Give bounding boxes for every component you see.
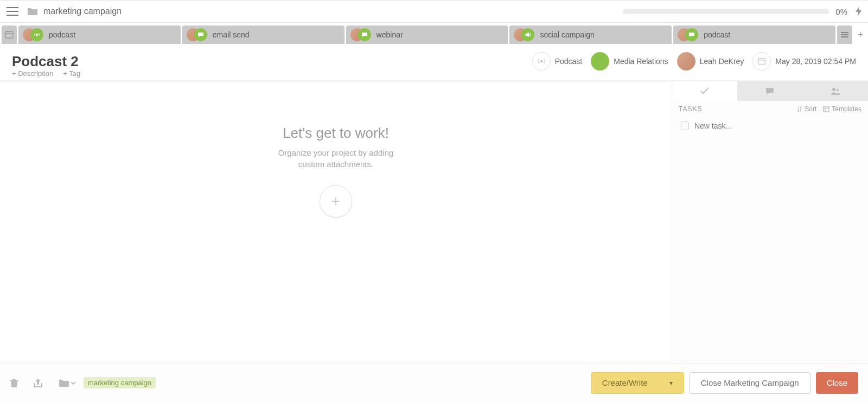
empty-state: Let's get to work! Organize your project… <box>278 125 394 218</box>
sub-row: + Description + Tag <box>12 69 80 78</box>
top-bar: 0% <box>0 0 868 23</box>
share-icon[interactable] <box>34 379 43 387</box>
tab-podcast[interactable]: podcast <box>18 25 181 44</box>
list-view-icon[interactable] <box>837 25 852 44</box>
add-tab-button[interactable]: + <box>854 25 867 44</box>
right-sidebar: TASKS Sort Templates <box>672 81 868 361</box>
templates-label: Templates <box>832 105 861 113</box>
category-icon <box>591 52 609 71</box>
tab-email-send[interactable]: email send <box>182 25 344 44</box>
svg-rect-0 <box>5 31 13 38</box>
tab-podcast-2[interactable]: podcast <box>673 25 835 44</box>
svg-point-8 <box>540 60 542 63</box>
templates-button[interactable]: Templates <box>823 105 861 113</box>
create-write-label: Create/Write <box>602 378 648 387</box>
tab-webinar[interactable]: webinar <box>346 25 508 44</box>
chat-icon <box>194 28 207 41</box>
tab-label: webinar <box>376 30 403 39</box>
megaphone-icon <box>521 28 534 41</box>
create-write-button[interactable]: Create/Write ▾ <box>591 372 684 394</box>
new-task-row <box>672 117 868 135</box>
menu-icon[interactable] <box>7 7 18 16</box>
task-checkbox[interactable] <box>681 122 689 130</box>
tab-label: podcast <box>49 30 75 39</box>
datetime-pill[interactable]: May 28, 2019 02:54 PM <box>752 52 856 71</box>
calendar-tab-icon[interactable] <box>2 25 17 44</box>
sidebar-tab-people[interactable] <box>803 81 868 101</box>
main-content: Let's get to work! Organize your project… <box>0 81 672 361</box>
breadcrumb-input[interactable] <box>43 7 260 16</box>
tab-label: email send <box>213 30 250 39</box>
page-title[interactable]: Podcast 2 <box>12 53 79 70</box>
bottom-bar: marketing campaign Create/Write ▾ Close … <box>0 363 868 402</box>
close-campaign-label: Close Marketing Campaign <box>701 378 799 387</box>
sidebar-toolbar: TASKS Sort Templates <box>672 101 868 117</box>
chat-icon <box>358 28 371 41</box>
type-pill[interactable]: Podcast <box>532 52 583 71</box>
sidebar-heading: TASKS <box>679 105 702 113</box>
tab-social-campaign[interactable]: social campaign <box>509 25 672 44</box>
owner-pill[interactable]: Leah DeKrey <box>677 52 744 71</box>
sidebar-tabs <box>672 81 868 101</box>
avatar-icon <box>677 52 695 71</box>
new-task-input[interactable] <box>694 122 859 130</box>
type-label: Podcast <box>555 57 583 66</box>
empty-sub-1: Organize your project by adding <box>278 147 394 158</box>
datetime-label: May 28, 2019 02:54 PM <box>775 57 856 66</box>
sidebar-tab-comments[interactable] <box>737 81 802 101</box>
category-pill[interactable]: Media Relations <box>591 52 668 71</box>
svg-point-4 <box>36 34 38 36</box>
svg-rect-13 <box>824 106 829 112</box>
add-tag-button[interactable]: + Tag <box>63 69 80 78</box>
title-row: Podcast 2 Podcast Media Relations Leah D… <box>0 47 868 76</box>
tabs-row: podcast email send webinar social campai… <box>0 25 868 44</box>
close-label: Close <box>827 378 847 387</box>
bolt-icon[interactable] <box>855 7 863 16</box>
podcast-icon <box>30 28 43 41</box>
add-description-button[interactable]: + Description <box>12 69 53 78</box>
progress-percent: 0% <box>835 7 847 16</box>
empty-sub-2: custom attachments. <box>278 158 394 170</box>
chat-icon <box>685 28 698 41</box>
close-campaign-button[interactable]: Close Marketing Campaign <box>690 372 810 394</box>
podcast-icon <box>532 52 551 71</box>
sort-label: Sort <box>805 105 816 113</box>
owner-label: Leah DeKrey <box>700 57 744 66</box>
trash-icon[interactable] <box>10 378 18 388</box>
folder-icon <box>27 7 38 16</box>
tab-label: podcast <box>704 30 730 39</box>
svg-rect-9 <box>758 59 765 65</box>
tab-label: social campaign <box>540 30 594 39</box>
svg-point-12 <box>837 89 839 91</box>
sort-button[interactable]: Sort <box>797 105 816 113</box>
progress-wrap: 0% <box>623 7 863 16</box>
empty-title: Let's get to work! <box>278 125 394 142</box>
category-label: Media Relations <box>614 57 668 66</box>
add-attachment-button[interactable]: + <box>320 185 352 218</box>
folder-tag[interactable]: marketing campaign <box>84 377 156 388</box>
folder-dropdown[interactable] <box>59 379 76 387</box>
progress-bar <box>623 9 829 14</box>
sidebar-tab-tasks[interactable] <box>672 81 737 101</box>
close-button[interactable]: Close <box>816 372 858 394</box>
calendar-icon <box>752 52 771 71</box>
svg-point-11 <box>832 88 835 91</box>
chevron-down-icon: ▾ <box>669 379 673 387</box>
